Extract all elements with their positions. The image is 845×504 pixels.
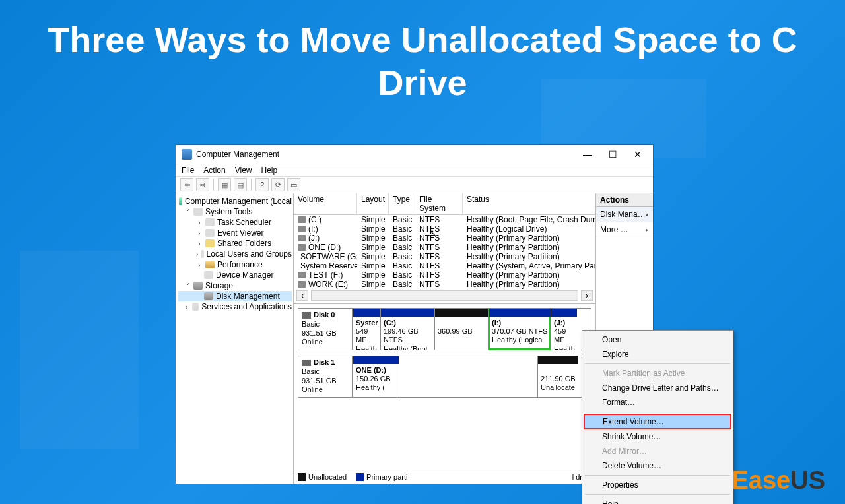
tree-local-users[interactable]: ›Local Users and Groups [178, 249, 292, 259]
column-filesystem[interactable]: File System [415, 193, 463, 214]
menu-properties[interactable]: Properties [584, 478, 731, 492]
partition[interactable]: Syster549 MEHealth [353, 309, 380, 350]
tree-root[interactable]: Computer Management (Local [178, 196, 292, 206]
volume-row[interactable]: (J:)SimpleBasicNTFSHealthy (Primary Part… [294, 234, 595, 243]
actions-header: Actions [596, 193, 653, 207]
chevron-right-icon: ▸ [646, 226, 649, 233]
minimize-button[interactable]: — [575, 147, 600, 162]
toolbar-back-icon[interactable]: ⇦ [180, 178, 193, 191]
volume-row[interactable]: (C:)SimpleBasicNTFSHealthy (Boot, Page F… [294, 215, 595, 224]
disk-row[interactable]: Disk 1Basic931.51 GBOnlineONE (D:)150.26… [298, 356, 592, 398]
maximize-button[interactable]: ☐ [600, 147, 625, 162]
partition-unallocated[interactable]: 211.90 GBUnallocate [537, 356, 578, 397]
drive-icon [298, 272, 306, 278]
menu-change-drive-letter[interactable]: Change Drive Letter and Paths… [584, 381, 731, 395]
menu-separator [585, 475, 730, 476]
menu-delete-volume[interactable]: Delete Volume… [584, 458, 731, 473]
partition[interactable]: (J:)459 MEHealth [551, 309, 577, 350]
performance-icon [205, 261, 215, 268]
menu-help[interactable]: Help [584, 497, 731, 504]
toolbar-forward-icon[interactable]: ⇨ [196, 178, 209, 191]
actions-item-disk-management[interactable]: Disk Mana…▴ [596, 207, 653, 222]
menu-view[interactable]: View [235, 166, 252, 175]
column-layout[interactable]: Layout [357, 193, 389, 214]
toolbar-btn-1[interactable]: ▦ [218, 178, 231, 191]
toolbar-help-icon[interactable]: ? [255, 178, 269, 191]
expand-icon[interactable]: › [196, 251, 198, 258]
expand-icon[interactable]: › [184, 303, 189, 311]
scroll-left-icon[interactable]: ‹ [296, 290, 308, 301]
menu-separator [585, 494, 730, 495]
column-type[interactable]: Type [389, 193, 415, 214]
drive-icon [298, 281, 306, 288]
tree-event-viewer[interactable]: ›Event Viewer [178, 228, 292, 238]
brand-prefix: Ease [731, 466, 790, 494]
event-icon [205, 229, 215, 237]
menu-help[interactable]: Help [261, 166, 278, 175]
volume-row[interactable]: System ReservedSimpleBasicNTFSHealthy (S… [294, 261, 595, 270]
volume-row[interactable]: ONE (D:)SimpleBasicNTFSHealthy (Primary … [294, 243, 595, 252]
navigation-tree[interactable]: Computer Management (Local ˅System Tools… [176, 193, 294, 484]
partition[interactable]: (C:)199.46 GB NTFSHealthy (Boot, P [380, 309, 434, 350]
menu-separator [585, 363, 730, 364]
partition[interactable]: ONE (D:)150.26 GBHealthy ( [353, 356, 399, 397]
menu-open[interactable]: Open [584, 332, 731, 347]
disk-label[interactable]: Disk 0Basic931.51 GBOnline [298, 309, 353, 350]
tree-system-tools[interactable]: ˅System Tools [178, 206, 292, 217]
collapse-icon[interactable]: ˅ [184, 208, 191, 216]
window-titlebar[interactable]: Computer Management — ☐ ✕ [176, 145, 653, 164]
legend: Unallocated Primary parti l drive [294, 470, 595, 484]
tree-storage[interactable]: ˅Storage [178, 280, 292, 291]
scroll-right-icon[interactable]: › [581, 290, 593, 301]
drive-icon [298, 216, 306, 223]
partition[interactable]: (I:)370.07 GB NTFSHealthy (Logica [489, 309, 551, 350]
volume-row[interactable]: TEST (F:)SimpleBasicNTFSHealthy (Primary… [294, 270, 595, 280]
menu-separator [585, 412, 730, 412]
disk-icon [302, 360, 311, 366]
menu-explore[interactable]: Explore [584, 347, 731, 362]
tree-shared-folders[interactable]: ›Shared Folders [178, 238, 292, 249]
menu-extend-volume[interactable]: Extend Volume… [584, 414, 731, 429]
volume-row[interactable]: WORK (E:)SimpleBasicNTFSHealthy (Primary… [294, 280, 595, 289]
tree-services-apps[interactable]: ›Services and Applications [178, 301, 292, 312]
storage-icon [193, 282, 203, 290]
volume-table-body[interactable]: (C:)SimpleBasicNTFSHealthy (Boot, Page F… [294, 215, 595, 289]
column-status[interactable]: Status [463, 193, 595, 214]
toolbar-btn-5[interactable]: ▭ [287, 178, 300, 191]
toolbar-refresh-icon[interactable]: ⟳ [271, 178, 285, 191]
folder-icon [205, 239, 215, 247]
users-icon [201, 250, 203, 258]
expand-icon[interactable]: › [196, 240, 203, 247]
disk-row[interactable]: Disk 0Basic931.51 GBOnlineSyster549 MEHe… [298, 308, 592, 350]
menu-shrink-volume[interactable]: Shrink Volume… [584, 429, 731, 444]
horizontal-scrollbar[interactable]: ‹ › [294, 289, 595, 303]
disk-graphical-view[interactable]: Disk 0Basic931.51 GBOnlineSyster549 MEHe… [294, 303, 595, 470]
expand-icon[interactable]: › [196, 261, 203, 268]
app-icon [182, 149, 192, 160]
scroll-track[interactable] [311, 290, 578, 301]
menu-file[interactable]: File [182, 166, 194, 175]
close-button[interactable]: ✕ [625, 147, 650, 162]
volume-row[interactable]: SOFTWARE (G:)SimpleBasicNTFSHealthy (Pri… [294, 252, 595, 261]
actions-item-more[interactable]: More …▸ [596, 222, 653, 237]
column-volume[interactable]: Volume [294, 193, 357, 214]
disk-icon [302, 312, 311, 319]
volume-table-header[interactable]: Volume Layout Type File System Status [294, 193, 595, 215]
tree-performance[interactable]: ›Performance [178, 259, 292, 270]
partition-unallocated[interactable]: 360.99 GB [434, 309, 489, 350]
volume-row[interactable]: (I:)SimpleBasicNTFSHealthy (Logical Driv… [294, 224, 595, 234]
brand-suffix: US [790, 466, 825, 494]
collapse-icon[interactable]: ˅ [184, 282, 191, 290]
menu-format[interactable]: Format… [584, 395, 731, 410]
disk-label[interactable]: Disk 1Basic931.51 GBOnline [298, 356, 353, 397]
menu-action[interactable]: Action [203, 166, 225, 175]
tools-icon [193, 208, 203, 216]
tree-disk-management[interactable]: Disk Management [178, 291, 292, 301]
tree-device-manager[interactable]: Device Manager [178, 270, 292, 280]
window-title: Computer Management [196, 150, 575, 159]
tree-task-scheduler[interactable]: ›Task Scheduler [178, 217, 292, 228]
clock-icon [205, 218, 215, 226]
expand-icon[interactable]: › [196, 230, 203, 237]
expand-icon[interactable]: › [196, 219, 203, 226]
toolbar-btn-2[interactable]: ▤ [234, 178, 247, 191]
